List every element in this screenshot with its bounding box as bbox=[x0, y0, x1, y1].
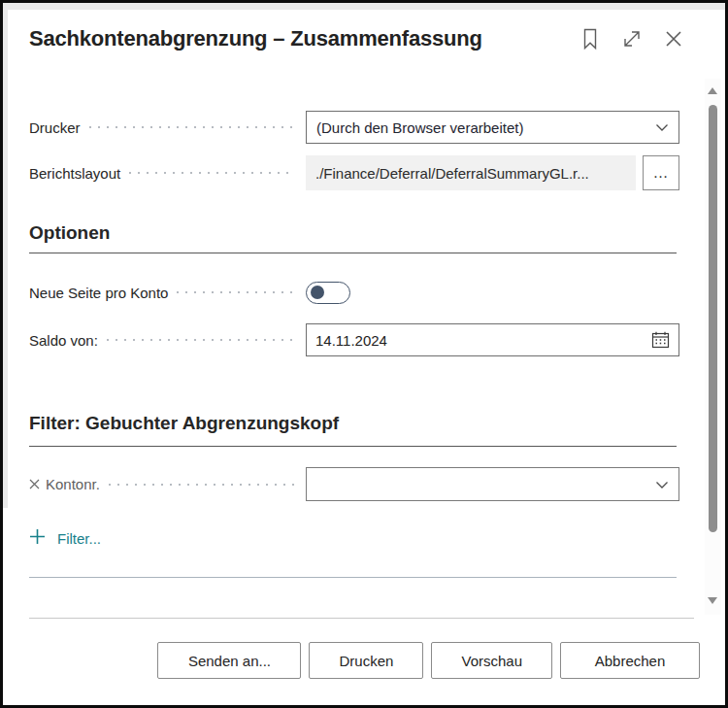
new-page-per-account-toggle[interactable] bbox=[306, 282, 350, 304]
balance-as-of-label: Saldo von: bbox=[29, 332, 98, 349]
window-shadow-top bbox=[3, 3, 725, 10]
dialog-footer: Senden an... Drucken Vorschau Abbrechen bbox=[3, 642, 725, 679]
filter-value-input[interactable] bbox=[316, 476, 649, 492]
section-divider bbox=[29, 577, 677, 578]
filter-row-kontonr: Kontonr. bbox=[29, 467, 677, 501]
send-to-button[interactable]: Senden an... bbox=[157, 642, 301, 679]
toggle-knob bbox=[311, 286, 324, 299]
balance-as-of-row: Saldo von: bbox=[29, 323, 677, 356]
page-title: Sachkontenabgrenzung – Zusammenfassung bbox=[29, 26, 482, 51]
dotted-leader bbox=[89, 126, 294, 128]
expand-icon[interactable] bbox=[619, 26, 645, 51]
dotted-leader bbox=[107, 339, 294, 341]
calendar-icon[interactable] bbox=[651, 331, 670, 349]
new-page-per-account-label: Neue Seite pro Konto bbox=[29, 285, 168, 301]
remove-filter-icon[interactable] bbox=[29, 479, 40, 489]
window-shadow-left bbox=[3, 3, 8, 508]
scrollbar-thumb[interactable] bbox=[709, 105, 717, 532]
filter-value-combobox bbox=[306, 467, 679, 501]
plus-icon bbox=[29, 528, 46, 549]
cancel-button[interactable]: Abbrechen bbox=[560, 642, 700, 679]
preview-button[interactable]: Vorschau bbox=[431, 642, 552, 679]
chevron-down-icon bbox=[655, 118, 669, 136]
vertical-scrollbar[interactable] bbox=[705, 79, 721, 615]
report-layout-label: Berichtslayout bbox=[29, 165, 120, 182]
options-section-heading: Optionen bbox=[29, 221, 677, 253]
printer-row: Drucker (Durch den Browser verarbeitet) bbox=[29, 111, 677, 144]
bookmark-icon[interactable] bbox=[578, 26, 603, 51]
printer-select-value: (Durch den Browser verarbeitet) bbox=[316, 119, 649, 136]
report-layout-browse-button[interactable]: … bbox=[643, 155, 679, 190]
dialog-body: Drucker (Durch den Browser verarbeitet) … bbox=[3, 111, 725, 619]
add-filter-label: Filter... bbox=[57, 530, 101, 547]
new-page-per-account-row: Neue Seite pro Konto bbox=[29, 281, 677, 304]
chevron-down-icon[interactable] bbox=[655, 476, 669, 493]
scroll-up-arrow-icon[interactable] bbox=[708, 87, 717, 94]
balance-as-of-field bbox=[306, 323, 679, 356]
filter-field-label: Kontonr. bbox=[46, 476, 100, 492]
header-icons bbox=[578, 26, 686, 51]
scroll-down-arrow-icon[interactable] bbox=[708, 597, 717, 604]
add-filter-button[interactable]: Filter... bbox=[29, 528, 101, 549]
dotted-leader bbox=[129, 172, 294, 174]
report-layout-value: ./Finance/Deferral/DeferralSummaryGL.r..… bbox=[306, 155, 636, 190]
printer-select[interactable]: (Durch den Browser verarbeitet) bbox=[306, 111, 679, 144]
balance-as-of-input[interactable] bbox=[315, 332, 645, 349]
filter-section-heading: Filter: Gebuchter Abgrenzungskopf bbox=[29, 412, 677, 447]
close-icon[interactable] bbox=[661, 26, 686, 51]
report-layout-row: Berichtslayout ./Finance/Deferral/Deferr… bbox=[29, 155, 677, 190]
printer-label: Drucker bbox=[29, 119, 81, 136]
print-button[interactable]: Drucken bbox=[309, 642, 423, 679]
report-request-dialog: Sachkontenabgrenzung – Zusammenfassung D… bbox=[0, 0, 728, 708]
dotted-leader bbox=[109, 484, 294, 486]
dotted-leader bbox=[177, 291, 294, 293]
dialog-header: Sachkontenabgrenzung – Zusammenfassung bbox=[29, 23, 686, 54]
content-divider bbox=[29, 618, 694, 619]
